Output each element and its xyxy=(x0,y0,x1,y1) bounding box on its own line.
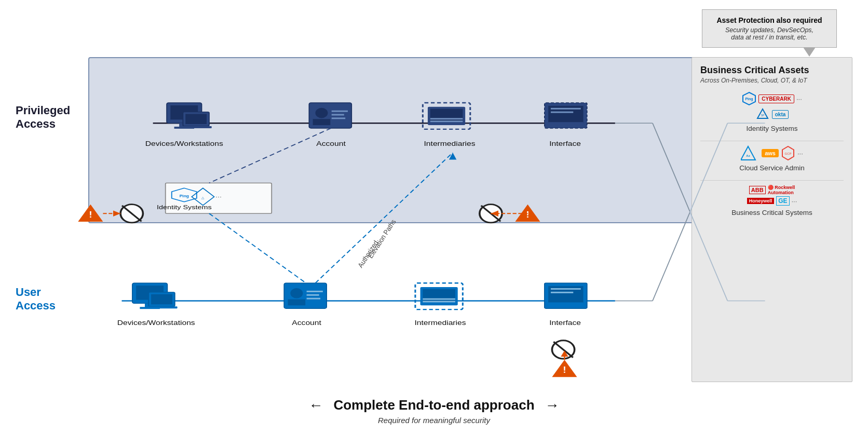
svg-rect-25 xyxy=(430,118,463,119)
svg-text:Devices/Workstations: Devices/Workstations xyxy=(117,319,195,327)
svg-text:!: ! xyxy=(89,210,92,220)
svg-rect-49 xyxy=(307,298,320,300)
svg-rect-31 xyxy=(551,112,573,113)
asset-protection-box: Asset Protection also required Security … xyxy=(702,9,837,48)
user-devices-icon xyxy=(132,283,178,309)
svg-text:Devices/Workstations: Devices/Workstations xyxy=(145,140,223,147)
svg-rect-15 xyxy=(181,126,212,128)
priv-intermediaries-icon xyxy=(423,103,470,129)
end-to-end-subtitle: Required for meaningful security xyxy=(378,416,490,425)
svg-rect-30 xyxy=(551,108,581,110)
svg-text:Intermediaries: Intermediaries xyxy=(414,319,466,327)
svg-text:!: ! xyxy=(563,365,566,375)
svg-text:Interface: Interface xyxy=(549,319,581,327)
svg-marker-74 xyxy=(449,153,456,160)
user-intermediaries-icon xyxy=(415,283,463,309)
asset-protection-title: Asset Protection also required xyxy=(711,16,828,24)
priv-account-icon xyxy=(309,103,351,128)
svg-line-71 xyxy=(209,128,331,183)
svg-text:···: ··· xyxy=(215,193,222,200)
diagram-area: Privileged Access User Access Business C… xyxy=(16,57,852,382)
svg-point-17 xyxy=(315,108,328,118)
warn-triangle-left: ! xyxy=(78,205,103,222)
arrow-left-icon: ← xyxy=(308,397,323,414)
svg-text:Account: Account xyxy=(316,140,346,147)
svg-text:Interface: Interface xyxy=(549,140,581,147)
svg-rect-46 xyxy=(288,300,306,306)
svg-rect-43 xyxy=(146,306,177,308)
user-account-icon xyxy=(284,283,327,308)
svg-rect-14 xyxy=(185,114,207,125)
end-to-end-text: Complete End-to-end approach xyxy=(333,397,534,413)
svg-line-72 xyxy=(209,213,306,283)
svg-line-73 xyxy=(315,153,453,283)
block-circle-bottom xyxy=(552,341,574,359)
bottom-section: ← Complete End-to-end approach → Require… xyxy=(0,387,868,434)
svg-line-97 xyxy=(690,212,727,301)
svg-rect-26 xyxy=(430,120,463,122)
svg-rect-58 xyxy=(551,288,581,290)
svg-rect-59 xyxy=(551,292,573,293)
asset-protection-subtitle: Security updates, DevSecOps,data at rest… xyxy=(711,26,828,41)
priv-devices-icon xyxy=(167,103,212,129)
svg-text:Elevation Paths: Elevation Paths xyxy=(366,219,398,260)
warn-triangle-bottom: ! xyxy=(552,360,577,377)
block-circle-left xyxy=(120,205,143,223)
svg-rect-18 xyxy=(313,119,331,125)
svg-rect-54 xyxy=(423,301,455,303)
svg-text:!: ! xyxy=(526,210,529,220)
svg-rect-19 xyxy=(332,111,348,112)
arrow-right-icon: → xyxy=(545,397,560,414)
svg-rect-21 xyxy=(332,117,345,119)
diagram-svg: Devices/Workstations Account Intermediar… xyxy=(16,57,852,382)
svg-text:Intermediaries: Intermediaries xyxy=(424,140,476,147)
main-container: Asset Protection also required Security … xyxy=(0,0,868,434)
user-interface-icon xyxy=(545,283,587,308)
end-to-end-title: ← Complete End-to-end approach → xyxy=(308,397,559,414)
svg-text:Account: Account xyxy=(292,319,321,327)
svg-rect-53 xyxy=(423,299,455,300)
svg-rect-42 xyxy=(151,294,172,305)
svg-rect-47 xyxy=(307,291,323,292)
svg-rect-48 xyxy=(307,294,319,296)
priv-interface-icon xyxy=(545,103,587,128)
svg-rect-20 xyxy=(332,114,344,116)
svg-rect-29 xyxy=(548,122,583,125)
svg-line-95 xyxy=(653,212,690,301)
svg-rect-57 xyxy=(548,302,583,305)
svg-line-94 xyxy=(653,123,690,212)
svg-point-45 xyxy=(290,288,303,299)
svg-line-96 xyxy=(690,123,727,212)
svg-text:Ping: Ping xyxy=(180,194,189,198)
svg-text:Identity Systems: Identity Systems xyxy=(157,204,212,211)
